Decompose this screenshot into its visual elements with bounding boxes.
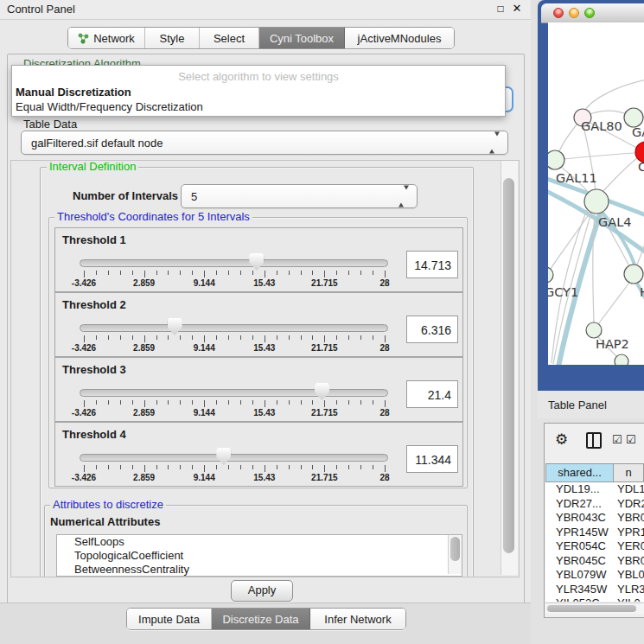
table-row[interactable]: YBR045CYBR0 xyxy=(545,554,644,569)
table-cell[interactable]: YDL19... xyxy=(545,482,614,497)
table-cell[interactable]: YBR043C xyxy=(545,511,614,526)
tab-discretize-data[interactable]: Discretize Data xyxy=(212,609,310,629)
split-column-icon[interactable] xyxy=(586,432,602,449)
threshold-slider-track[interactable] xyxy=(80,389,388,397)
attribute-list-item[interactable]: SelfLoops xyxy=(57,535,462,549)
network-node[interactable] xyxy=(584,189,609,214)
network-edge xyxy=(585,80,644,110)
table-data-value: galFiltered.sif default node xyxy=(31,131,488,154)
tab-infer-network[interactable]: Infer Network xyxy=(310,609,405,629)
number-of-intervals-label: Number of Intervals xyxy=(73,189,178,202)
threshold-slider-thumb[interactable] xyxy=(315,383,329,400)
tab-cyni-toolbox[interactable]: Cyni Toolbox xyxy=(259,28,345,48)
table-horizontal-scrollbar[interactable] xyxy=(545,603,644,614)
tab-network[interactable]: Network xyxy=(68,28,145,48)
table-cell[interactable]: YDL1 xyxy=(614,482,644,497)
network-node[interactable] xyxy=(624,108,643,127)
threshold-slider-thumb[interactable] xyxy=(249,253,264,271)
settings-scroll-viewport: Interval Definition Number of Intervals … xyxy=(10,160,520,577)
slider-tick xyxy=(373,465,373,469)
threshold-slider-thumb[interactable] xyxy=(168,318,182,335)
slider-tick xyxy=(348,335,349,340)
network-node[interactable] xyxy=(615,354,628,365)
tab-impute-data[interactable]: Impute Data xyxy=(127,609,212,629)
network-node[interactable] xyxy=(548,267,553,283)
table-data-label: Table Data xyxy=(23,118,77,131)
threshold-slider-track[interactable] xyxy=(80,324,388,332)
threshold-slider-track[interactable] xyxy=(80,454,388,462)
close-icon[interactable]: ✕ xyxy=(510,2,524,16)
slider-tick xyxy=(312,271,313,275)
table-cell[interactable]: YPR145W xyxy=(545,526,614,540)
table-row[interactable]: YDR27...YDR2 xyxy=(545,497,644,512)
table-cell[interactable]: YBL079W xyxy=(545,568,614,583)
slider-tick-label: -3.426 xyxy=(72,473,96,482)
table-row[interactable]: YBR043CYBR0 xyxy=(545,511,644,526)
table-cell[interactable]: YBR0 xyxy=(614,554,644,569)
dropdown-option-equal-width[interactable]: Equal Width/Frequency Discretization xyxy=(16,100,203,113)
number-of-intervals-combobox[interactable]: 5 xyxy=(181,184,418,208)
slider-tick xyxy=(373,335,373,340)
slider-tick-label: 21.715 xyxy=(311,278,338,288)
table-row[interactable]: YIL052CYIL0 xyxy=(545,596,644,602)
checkbox-checked-icon[interactable]: ☑ xyxy=(612,433,622,446)
table-cell[interactable]: YBR045C xyxy=(545,554,614,569)
settings-vertical-scrollbar[interactable] xyxy=(501,161,518,575)
table-cell[interactable]: YER054C xyxy=(545,539,614,554)
dropdown-option-manual[interactable]: Manual Discretization xyxy=(16,86,131,99)
slider-tick xyxy=(228,335,229,340)
table-cell[interactable]: YIL052C xyxy=(545,596,614,602)
minimize-traffic-light[interactable] xyxy=(569,8,579,18)
threshold-value-field[interactable]: 14.713 xyxy=(406,251,458,278)
close-traffic-light[interactable] xyxy=(553,8,564,18)
table-cell[interactable]: YDR2 xyxy=(614,497,644,512)
tab-style[interactable]: Style xyxy=(145,28,200,48)
threshold-value-field[interactable]: 21.4 xyxy=(406,380,458,408)
slider-tick xyxy=(360,271,361,275)
table-data-combobox[interactable]: galFiltered.sif default node xyxy=(21,131,508,155)
table-row[interactable]: YLR345WYLR3 xyxy=(545,583,644,597)
slider-tick xyxy=(216,400,217,405)
table-cell[interactable]: YDR27... xyxy=(545,497,614,512)
slider-tick xyxy=(96,465,97,469)
tab-select[interactable]: Select xyxy=(200,28,259,48)
threshold-value-field[interactable]: 6.316 xyxy=(406,316,458,343)
table-cell[interactable]: YIL0 xyxy=(614,596,644,602)
network-canvas[interactable]: GAL80GACGAL11GAL4GCY1HHAP2 xyxy=(548,22,644,365)
table-cell[interactable]: YBL0 xyxy=(614,568,644,583)
table-cell[interactable]: YLR345W xyxy=(545,583,614,597)
gear-icon[interactable]: ⚙ xyxy=(555,430,568,449)
attribute-list-item[interactable]: BetweennessCentrality xyxy=(57,563,462,577)
apply-button[interactable]: Apply xyxy=(231,580,293,602)
attributes-list-scrollbar[interactable] xyxy=(448,535,462,574)
zoom-traffic-light[interactable] xyxy=(584,8,595,18)
network-node[interactable] xyxy=(548,150,564,169)
table-column-header[interactable]: shared... xyxy=(545,463,614,482)
threshold-value-field[interactable]: 11.344 xyxy=(406,445,458,473)
float-window-icon[interactable]: □ xyxy=(494,2,507,16)
combo-arrows-icon xyxy=(399,190,409,203)
table-column-header[interactable]: n xyxy=(614,463,644,482)
network-node[interactable] xyxy=(624,265,643,284)
slider-tick xyxy=(348,271,349,275)
interval-definition-title: Interval Definition xyxy=(47,161,138,173)
network-node[interactable] xyxy=(586,322,602,338)
network-edge xyxy=(603,158,637,192)
slider-tick-label: 28 xyxy=(379,343,389,353)
attribute-list-item[interactable]: TopologicalCoefficient xyxy=(57,549,462,563)
threshold-slider-track[interactable] xyxy=(80,259,388,267)
table-row[interactable]: YER054CYER0 xyxy=(545,539,644,554)
tab-jactivemnodules[interactable]: jActiveMNodules xyxy=(345,28,454,48)
checkbox-checked-icon[interactable]: ☑ xyxy=(626,433,636,446)
table-cell[interactable]: YBR0 xyxy=(614,511,644,526)
table-row[interactable]: YBL079WYBL0 xyxy=(545,568,644,583)
table-panel-titlebar: Table Panel xyxy=(538,391,644,418)
table-row[interactable]: YDL19...YDL1 xyxy=(545,482,644,497)
table-cell[interactable]: YPR1 xyxy=(614,526,644,540)
table-cell[interactable]: YLR3 xyxy=(614,583,644,597)
table-row[interactable]: YPR145WYPR1 xyxy=(545,526,644,540)
threshold-slider-thumb[interactable] xyxy=(216,448,231,465)
table-cell[interactable]: YER0 xyxy=(614,539,644,554)
numerical-attributes-list[interactable]: SelfLoopsTopologicalCoefficientBetweenne… xyxy=(56,534,462,577)
threshold-label: Threshold 3 xyxy=(62,363,126,376)
